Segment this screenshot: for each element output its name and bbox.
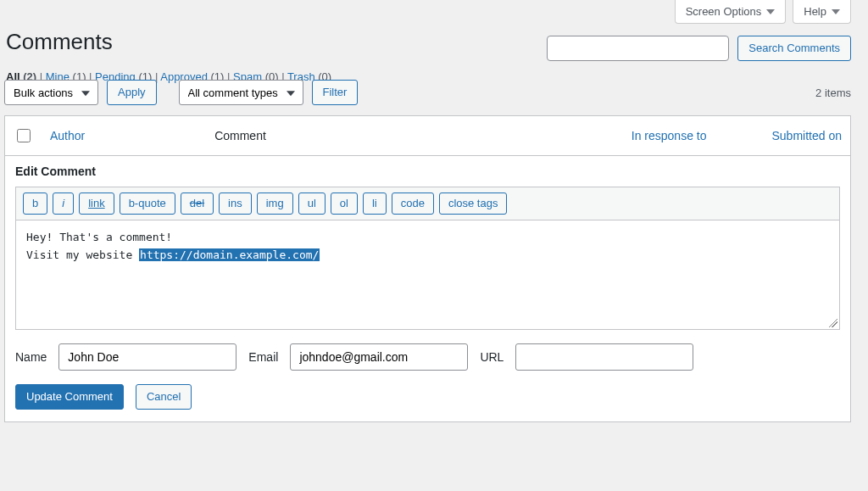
quicktags-toolbar: b i link b-quote del ins img ul ol li co… <box>15 187 840 220</box>
help-button[interactable]: Help <box>793 0 851 24</box>
select-all-checkbox[interactable] <box>17 129 31 142</box>
qt-del[interactable]: del <box>181 192 214 215</box>
edit-comment-panel: Edit Comment b i link b-quote del ins im… <box>4 156 851 422</box>
col-author[interactable]: Author <box>42 116 206 156</box>
qt-italic[interactable]: i <box>53 192 74 215</box>
apply-button[interactable]: Apply <box>107 80 157 105</box>
comment-type-select[interactable]: All comment types <box>179 80 303 105</box>
qt-close-tags[interactable]: close tags <box>439 192 508 215</box>
email-label: Email <box>248 350 278 364</box>
name-label: Name <box>15 350 47 364</box>
url-label: URL <box>480 350 504 364</box>
items-count: 2 items <box>815 86 851 99</box>
selected-text: https://domain.example.com/ <box>139 248 320 261</box>
chevron-down-icon <box>766 9 775 14</box>
name-field[interactable] <box>58 343 236 371</box>
qt-ins[interactable]: ins <box>219 192 252 215</box>
cancel-button[interactable]: Cancel <box>136 384 192 410</box>
search-input[interactable] <box>547 36 729 61</box>
screen-options-button[interactable]: Screen Options <box>675 0 787 24</box>
qt-img[interactable]: img <box>257 192 293 215</box>
qt-ol[interactable]: ol <box>331 192 358 215</box>
qt-code[interactable]: code <box>392 192 434 215</box>
qt-li[interactable]: li <box>363 192 387 215</box>
search-comments-button[interactable]: Search Comments <box>737 36 851 61</box>
col-in-response-to[interactable]: In response to <box>423 116 715 156</box>
col-submitted-on[interactable]: Submitted on <box>715 116 851 156</box>
qt-bold[interactable]: b <box>23 192 47 215</box>
chevron-down-icon <box>832 9 840 14</box>
update-comment-button[interactable]: Update Comment <box>15 384 124 410</box>
qt-link[interactable]: link <box>79 192 114 215</box>
help-label: Help <box>804 5 826 18</box>
email-field[interactable] <box>290 343 468 371</box>
qt-blockquote[interactable]: b-quote <box>120 192 175 215</box>
screen-options-label: Screen Options <box>686 5 762 18</box>
edit-comment-heading: Edit Comment <box>15 165 840 178</box>
col-comment: Comment <box>206 116 423 156</box>
resize-handle-icon[interactable] <box>827 317 837 327</box>
url-field[interactable] <box>515 343 693 371</box>
bulk-actions-select[interactable]: Bulk actions <box>4 80 98 105</box>
qt-ul[interactable]: ul <box>298 192 326 215</box>
filter-button[interactable]: Filter <box>312 80 359 105</box>
comment-content-editor[interactable]: Hey! That's a comment! Visit my website … <box>15 220 840 330</box>
